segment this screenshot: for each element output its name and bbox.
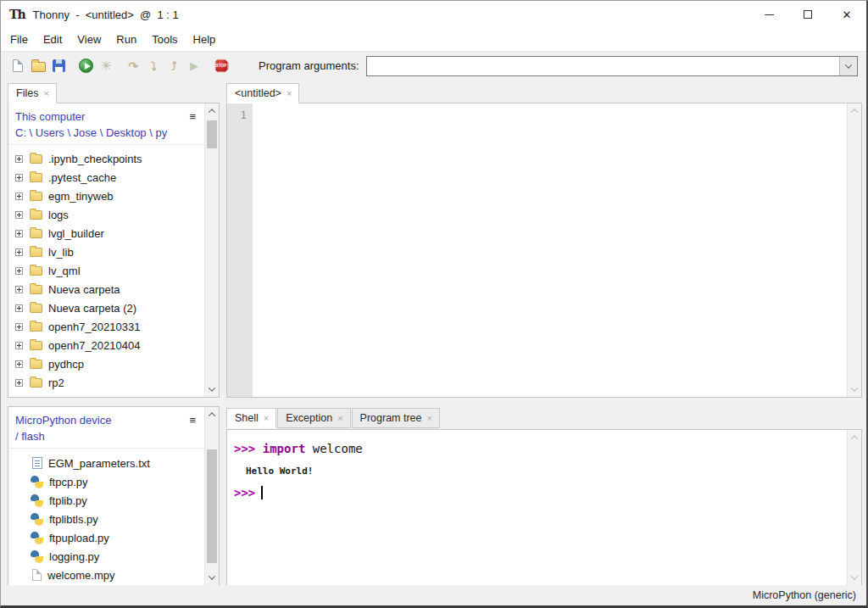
folder-row[interactable]: Nueva carpeta	[8, 280, 204, 298]
panel-menu-icon[interactable]: ≡	[186, 111, 199, 123]
folder-row[interactable]: egm_tinyweb	[8, 187, 204, 205]
device-file-row[interactable]: logging.py	[8, 547, 204, 566]
scrollbar-thumb[interactable]	[207, 449, 217, 563]
editor-scrollbar[interactable]	[847, 103, 861, 397]
files-scrollbar[interactable]	[204, 103, 219, 397]
tab-close-icon[interactable]: ×	[337, 414, 342, 423]
expand-icon[interactable]	[15, 360, 23, 368]
expand-icon[interactable]	[15, 230, 23, 237]
expand-icon[interactable]	[15, 267, 23, 275]
run-button[interactable]	[75, 55, 96, 77]
menu-edit[interactable]: Edit	[36, 29, 70, 50]
titlebar[interactable]: Th Thonny - <untitled> @ 1 : 1 ✕	[1, 1, 866, 28]
minimize-button[interactable]	[749, 1, 788, 28]
tab-program-tree[interactable]: Program tree ×	[352, 408, 440, 428]
device-file-row[interactable]: ftplibtls.py	[8, 510, 204, 528]
expand-icon[interactable]	[15, 379, 23, 387]
folder-row[interactable]: Nueva carpeta (2)	[8, 298, 204, 317]
scroll-up-icon[interactable]	[851, 435, 858, 442]
tab-exception[interactable]: Exception ×	[277, 408, 350, 428]
folder-row[interactable]: .pytest_cache	[8, 168, 204, 187]
scroll-up-icon[interactable]	[209, 109, 215, 115]
menu-tools[interactable]: Tools	[144, 29, 185, 50]
program-arguments-input[interactable]	[367, 57, 840, 75]
editor-text-area[interactable]	[253, 103, 847, 397]
shell-prompt: >>>	[234, 486, 255, 499]
device-path[interactable]: / flash	[15, 428, 199, 444]
expand-icon[interactable]	[15, 304, 23, 312]
tab-label: Exception	[286, 412, 332, 424]
maximize-button[interactable]	[788, 1, 827, 28]
minimize-icon	[765, 14, 774, 15]
window-controls: ✕	[749, 1, 866, 28]
stop-button[interactable]: STOP	[211, 55, 231, 77]
shell-output-line: Hello World!	[246, 466, 847, 477]
tab-close-icon[interactable]: ×	[287, 89, 292, 98]
expand-icon[interactable]	[15, 286, 23, 293]
this-computer-label[interactable]: This computer	[15, 109, 85, 125]
folder-row[interactable]: lv_lib	[8, 243, 204, 261]
scroll-down-icon[interactable]	[209, 572, 215, 579]
folder-row[interactable]: pydhcp	[8, 354, 204, 373]
device-file-row[interactable]: ftpcp.py	[8, 472, 204, 491]
close-button[interactable]: ✕	[827, 1, 866, 28]
device-scrollbar[interactable]	[204, 407, 219, 585]
menu-file[interactable]: File	[3, 29, 36, 50]
folder-name: egm_tinyweb	[48, 190, 114, 203]
device-file-row[interactable]: welcome.mpy	[8, 566, 204, 584]
tab-shell[interactable]: Shell ×	[226, 408, 276, 428]
expand-icon[interactable]	[15, 342, 23, 349]
expand-icon[interactable]	[15, 155, 23, 163]
folder-row[interactable]: lv_qml	[8, 261, 204, 280]
device-panel-header: MicroPython device ≡ / flash	[8, 407, 204, 449]
folder-row[interactable]: openh7_20210404	[8, 336, 204, 354]
expand-icon[interactable]	[15, 248, 23, 256]
shell-text-area[interactable]: >>> import welcome Hello World! >>>	[227, 430, 847, 585]
folder-row[interactable]: lvgl_builder	[8, 224, 204, 243]
folder-row[interactable]: logs	[8, 205, 204, 224]
tab-untitled[interactable]: <untitled> ×	[226, 83, 299, 103]
expand-icon[interactable]	[15, 211, 23, 219]
tab-close-icon[interactable]: ×	[43, 89, 48, 98]
scroll-down-icon[interactable]	[851, 384, 858, 391]
file-name: ftplibtls.py	[49, 513, 98, 526]
folder-icon	[30, 266, 42, 276]
expand-icon[interactable]	[15, 323, 23, 331]
shell-scrollbar[interactable]	[847, 430, 861, 585]
scroll-up-icon[interactable]	[209, 412, 215, 419]
folder-name: rp2	[48, 377, 64, 389]
folder-icon	[30, 378, 42, 388]
device-label[interactable]: MicroPython device	[15, 412, 111, 428]
new-file-button[interactable]	[8, 55, 28, 77]
file-type-icon	[31, 476, 43, 488]
current-path[interactable]: C: \ Users \ Jose \ Desktop \ py	[15, 125, 199, 141]
menu-help[interactable]: Help	[186, 29, 224, 50]
scroll-down-icon[interactable]	[851, 572, 858, 579]
scrollbar-thumb[interactable]	[207, 120, 217, 148]
open-file-button[interactable]	[28, 55, 48, 77]
menu-run[interactable]: Run	[108, 29, 144, 50]
scroll-up-icon[interactable]	[851, 109, 858, 115]
expand-icon[interactable]	[15, 174, 23, 181]
device-file-row[interactable]: EGM_parameters.txt	[8, 454, 204, 472]
device-file-row[interactable]: ftpupload.py	[8, 528, 204, 547]
save-button[interactable]	[48, 55, 69, 77]
program-arguments-combobox	[366, 56, 859, 76]
folder-name: Nueva carpeta (2)	[48, 302, 136, 315]
program-arguments-dropdown-button[interactable]	[839, 57, 857, 75]
folder-row[interactable]: rp2	[8, 373, 204, 392]
device-file-row[interactable]: ftplib.py	[8, 491, 204, 510]
expand-icon[interactable]	[15, 192, 23, 200]
backend-status[interactable]: MicroPython (generic)	[753, 589, 856, 601]
editor: 1	[226, 103, 862, 398]
panel-menu-icon[interactable]: ≡	[186, 415, 199, 427]
debug-button[interactable]: ✳	[96, 55, 116, 77]
folder-row[interactable]: openh7_20210331	[8, 317, 204, 336]
file-name: ftpcp.py	[49, 476, 88, 488]
tab-files[interactable]: Files ×	[8, 83, 57, 103]
folder-row[interactable]: .ipynb_checkpoints	[8, 149, 204, 168]
scroll-down-icon[interactable]	[209, 384, 215, 391]
menu-view[interactable]: View	[70, 29, 108, 50]
tab-close-icon[interactable]: ×	[264, 414, 269, 423]
tab-close-icon[interactable]: ×	[427, 414, 432, 423]
